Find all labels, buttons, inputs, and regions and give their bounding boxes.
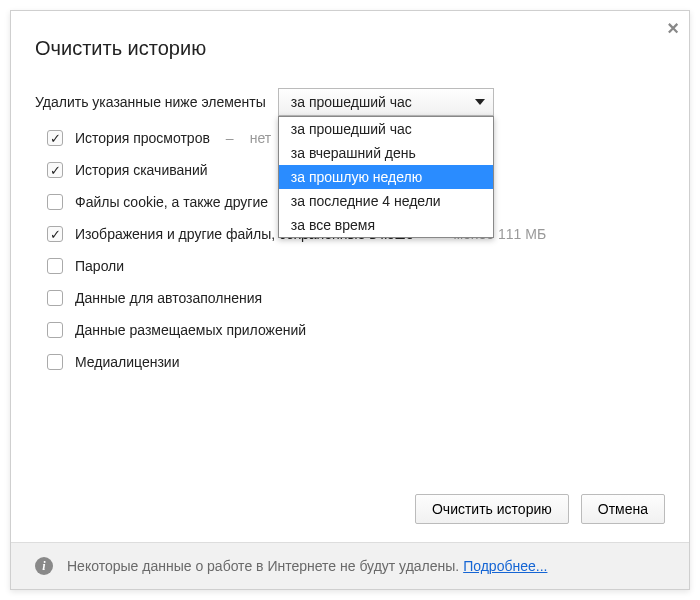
checkbox[interactable] bbox=[47, 354, 63, 370]
checklist-row: Пароли bbox=[47, 258, 665, 274]
checkbox[interactable] bbox=[47, 226, 63, 242]
checkbox[interactable] bbox=[47, 162, 63, 178]
checklist-label: Пароли bbox=[75, 258, 124, 274]
checkbox[interactable] bbox=[47, 290, 63, 306]
checklist-label: Данные для автозаполнения bbox=[75, 290, 262, 306]
period-select[interactable]: за прошедший час bbox=[278, 88, 494, 116]
checkbox[interactable] bbox=[47, 322, 63, 338]
checklist-hint: нет bbox=[250, 130, 271, 146]
dialog-content: Очистить историю Удалить указанные ниже … bbox=[11, 11, 689, 476]
checklist-label: Файлы cookie, а также другие bbox=[75, 194, 268, 210]
checklist-row: Данные размещаемых приложений bbox=[47, 322, 665, 338]
period-select-value: за прошедший час bbox=[291, 94, 412, 110]
checklist-label: История просмотров bbox=[75, 130, 210, 146]
period-row: Удалить указанные ниже элементы за проше… bbox=[35, 88, 665, 116]
period-option[interactable]: за все время bbox=[279, 213, 493, 237]
learn-more-link[interactable]: Подробнее... bbox=[463, 558, 547, 574]
info-icon bbox=[35, 557, 53, 575]
cancel-button[interactable]: Отмена bbox=[581, 494, 665, 524]
period-option[interactable]: за прошлую неделю bbox=[279, 165, 493, 189]
clear-history-dialog: × Очистить историю Удалить указанные ниж… bbox=[10, 10, 690, 590]
checklist-row: Данные для автозаполнения bbox=[47, 290, 665, 306]
dialog-title: Очистить историю bbox=[35, 37, 665, 60]
notice-message: Некоторые данные о работе в Интернете не… bbox=[67, 558, 459, 574]
checkbox[interactable] bbox=[47, 194, 63, 210]
period-option[interactable]: за вчерашний день bbox=[279, 141, 493, 165]
period-select-wrap: за прошедший час за прошедший часза вчер… bbox=[278, 88, 494, 116]
close-icon[interactable]: × bbox=[667, 17, 679, 40]
period-label: Удалить указанные ниже элементы bbox=[35, 94, 266, 110]
notice-text: Некоторые данные о работе в Интернете не… bbox=[67, 558, 547, 574]
checkbox[interactable] bbox=[47, 258, 63, 274]
period-option[interactable]: за прошедший час bbox=[279, 117, 493, 141]
notice-bar: Некоторые данные о работе в Интернете не… bbox=[11, 542, 689, 589]
hint-separator: – bbox=[226, 130, 234, 146]
checklist-label: Данные размещаемых приложений bbox=[75, 322, 306, 338]
dialog-footer: Очистить историю Отмена bbox=[11, 476, 689, 542]
checklist-row: Медиалицензии bbox=[47, 354, 665, 370]
period-option[interactable]: за последние 4 недели bbox=[279, 189, 493, 213]
checklist-label: Медиалицензии bbox=[75, 354, 180, 370]
checkbox[interactable] bbox=[47, 130, 63, 146]
period-dropdown[interactable]: за прошедший часза вчерашний деньза прош… bbox=[278, 116, 494, 238]
checklist-label: История скачиваний bbox=[75, 162, 208, 178]
clear-button[interactable]: Очистить историю bbox=[415, 494, 569, 524]
